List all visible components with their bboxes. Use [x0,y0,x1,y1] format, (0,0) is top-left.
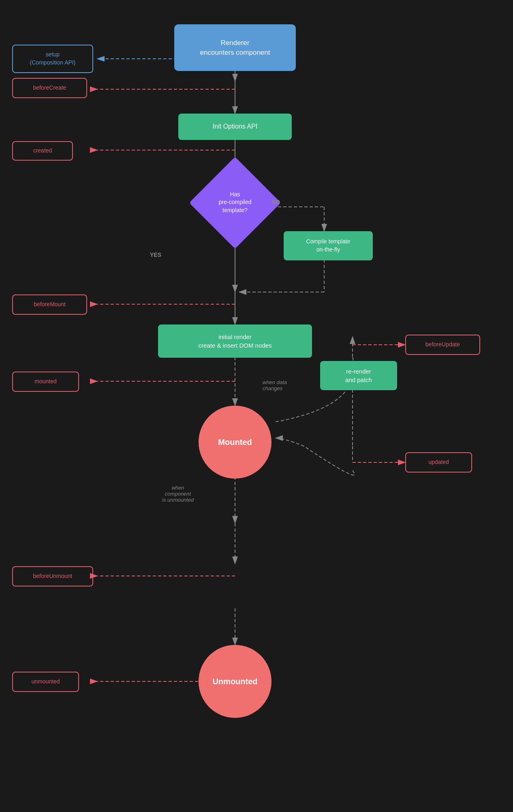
initial-render-box: initial rendercreate & insert DOM nodes [158,324,312,358]
unmounted-circle: Unmounted [199,645,271,718]
mounted-circle: Mounted [199,406,271,479]
before-mount-box: beforeMount [12,294,87,315]
no-label: NO [271,199,280,205]
before-update-box: beforeUpdate [405,335,480,355]
before-create-box: beforeCreate [12,78,87,98]
when-unmounted-label: whencomponentis unmounted [162,485,194,503]
updated-box: updated [405,452,472,473]
before-unmount-box: beforeUnmount [12,566,93,586]
when-data-changes-label: when datachanges [263,379,287,391]
diagram-container: Rendererencounters component setup(Compo… [0,0,513,812]
yes-label: YES [150,251,161,258]
init-options-box: Init Options API [178,114,292,140]
created-box: created [12,141,73,161]
setup-box: setup(Composition API) [12,45,93,73]
rerender-box: re-renderand patch [320,361,397,390]
diamond-text: Haspre-compiledtemplate? [201,168,269,236]
unmounted-label-box: unmounted [12,672,79,692]
mounted-label-box: mounted [12,372,79,392]
compile-template-box: Compile templateon-the-fly [284,231,373,260]
renderer-box: Rendererencounters component [174,24,296,71]
